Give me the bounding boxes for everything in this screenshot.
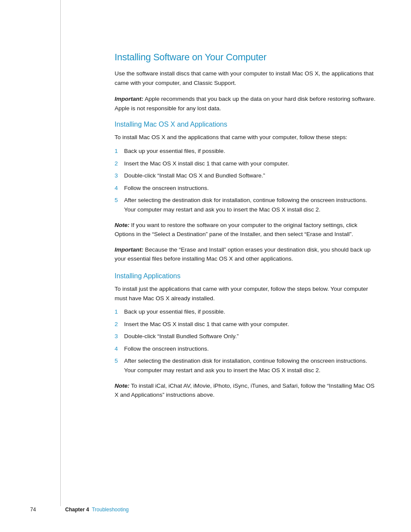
- footer-chapter: Chapter 4 Troubleshooting: [65, 507, 128, 513]
- step-number: 5: [115, 196, 124, 205]
- step-text: Follow the onscreen instructions.: [124, 184, 377, 193]
- note-label-1: Note:: [115, 222, 130, 228]
- step-text: Back up your essential files, if possibl…: [124, 307, 377, 317]
- list-item: 5 After selecting the destination disk f…: [115, 356, 377, 375]
- step-number: 2: [115, 159, 124, 168]
- list-item: 5 After selecting the destination disk f…: [115, 196, 377, 214]
- note-text-2: To install iCal, iChat AV, iMovie, iPhot…: [115, 383, 374, 398]
- section-macosx: Installing Mac OS X and Applications To …: [115, 121, 377, 264]
- section2-intro: To install just the applications that ca…: [115, 284, 377, 303]
- step-number: 1: [115, 307, 124, 317]
- intro-text: Use the software install discs that came…: [115, 69, 377, 87]
- list-item: 2 Insert the Mac OS X install disc 1 tha…: [115, 159, 377, 168]
- section1-steps: 1 Back up your essential files, if possi…: [115, 146, 377, 215]
- step-number: 3: [115, 332, 124, 341]
- list-item: 3 Double-click “Install Bundled Software…: [115, 332, 377, 341]
- vertical-rule: [60, 0, 61, 506]
- section-heading-2: Installing Applications: [115, 272, 377, 280]
- important-label-1: Important:: [115, 96, 143, 102]
- step-text: Insert the Mac OS X install disc 1 that …: [124, 159, 377, 168]
- step-number: 4: [115, 184, 124, 193]
- section2-steps: 1 Back up your essential files, if possi…: [115, 307, 377, 375]
- note-block-2: Note: To install iCal, iChat AV, iMovie,…: [115, 381, 377, 400]
- step-number: 3: [115, 171, 124, 180]
- step-number: 5: [115, 356, 124, 366]
- step-number: 2: [115, 320, 124, 329]
- chapter-title: Troubleshooting: [92, 507, 129, 513]
- content-area: Installing Software on Your Computer Use…: [115, 0, 377, 434]
- page-number: 74: [30, 507, 36, 513]
- step-number: 4: [115, 344, 124, 354]
- step-number: 1: [115, 146, 124, 156]
- important-text-1: Apple recommends that you back up the da…: [115, 96, 376, 112]
- list-item: 1 Back up your essential files, if possi…: [115, 146, 377, 156]
- note-text-1: If you want to restore the software on y…: [115, 222, 358, 238]
- list-item: 4 Follow the onscreen instructions.: [115, 344, 377, 354]
- step-text: Double-click “Install Bundled Software O…: [124, 332, 377, 341]
- list-item: 2 Insert the Mac OS X install disc 1 tha…: [115, 320, 377, 329]
- step-text: After selecting the destination disk for…: [124, 196, 377, 214]
- list-item: 1 Back up your essential files, if possi…: [115, 307, 377, 317]
- section1-intro: To install Mac OS X and the applications…: [115, 133, 377, 142]
- footer: 74 Chapter 4 Troubleshooting: [0, 507, 411, 513]
- page-container: Installing Software on Your Computer Use…: [0, 0, 411, 532]
- chapter-label: Chapter 4: [65, 507, 89, 513]
- note-label-2: Note:: [115, 383, 130, 389]
- important-label-2: Important:: [115, 246, 143, 253]
- step-text: Follow the onscreen instructions.: [124, 344, 377, 354]
- important-block-1: Important: Apple recommends that you bac…: [115, 94, 377, 113]
- note-block-1: Note: If you want to restore the softwar…: [115, 221, 377, 239]
- page-title: Installing Software on Your Computer: [115, 52, 377, 63]
- section-heading-1: Installing Mac OS X and Applications: [115, 121, 377, 128]
- step-text: Back up your essential files, if possibl…: [124, 146, 377, 156]
- step-text: Double-click “Install Mac OS X and Bundl…: [124, 171, 377, 180]
- step-text: Insert the Mac OS X install disc 1 that …: [124, 320, 377, 329]
- list-item: 3 Double-click “Install Mac OS X and Bun…: [115, 171, 377, 180]
- important-text-2: Because the “Erase and Install” option e…: [115, 246, 371, 262]
- section-applications: Installing Applications To install just …: [115, 272, 377, 400]
- step-text: After selecting the destination disk for…: [124, 356, 377, 375]
- important-block-2: Important: Because the “Erase and Instal…: [115, 245, 377, 264]
- list-item: 4 Follow the onscreen instructions.: [115, 184, 377, 193]
